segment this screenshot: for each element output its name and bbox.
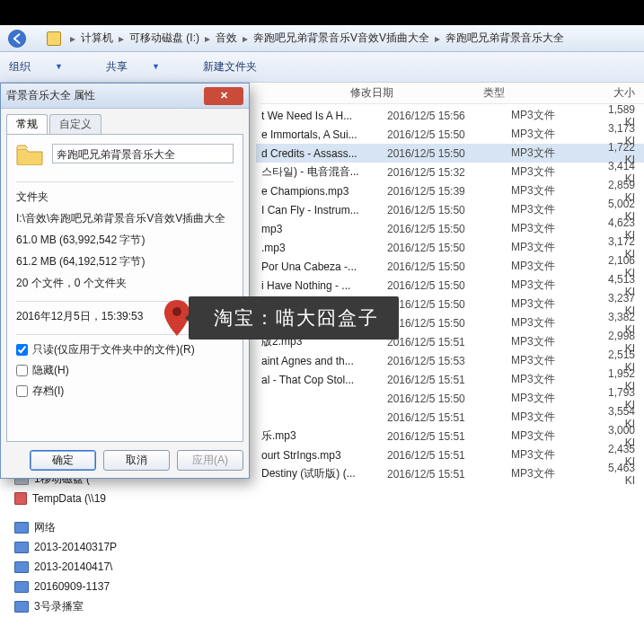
file-type: MP3文件 xyxy=(511,296,601,312)
file-date: 2016/12/5 15:50 xyxy=(387,128,511,141)
file-type: MP3文件 xyxy=(511,391,601,406)
tree-item[interactable]: 20160909-1137 xyxy=(5,577,117,596)
file-name: i Have Nothing - ... xyxy=(261,279,387,292)
tree-item[interactable]: 2013-20140317P xyxy=(5,537,117,557)
readonly-checkbox[interactable]: 只读(仅应用于文件夹中的文件)(R) xyxy=(16,342,234,357)
file-name: aint Agnes and th... xyxy=(261,355,387,367)
file-date: 2016/12/5 15:53 xyxy=(387,355,511,367)
file-row[interactable]: ourt StrIngs.mp32016/12/5 15:51MP3文件2,43… xyxy=(256,446,644,464)
crumb[interactable]: 音效 xyxy=(216,31,237,46)
folder-icon xyxy=(16,144,43,165)
file-row[interactable]: aint Agnes and th...2016/12/5 15:53MP3文件… xyxy=(256,351,644,370)
file-name: I Can Fly - Instrum... xyxy=(261,204,387,216)
chevron-right-icon: ▸ xyxy=(205,32,210,45)
file-row[interactable]: d Credits - Assass...2016/12/5 15:50MP3文… xyxy=(256,144,644,163)
file-row[interactable]: i Have Nothing - ...2016/12/5 15:50MP3文件… xyxy=(256,276,644,295)
col-size[interactable]: 大小 xyxy=(573,85,644,101)
file-row[interactable]: 2016/12/5 15:51MP3文件3,554 KI xyxy=(256,408,644,427)
chevron-right-icon: ▸ xyxy=(243,32,248,45)
file-row[interactable]: e Immortals, A Sui...2016/12/5 15:50MP3文… xyxy=(256,125,644,144)
file-type: MP3文件 xyxy=(511,410,601,425)
crumb-drive[interactable]: 可移动磁盘 (I:) xyxy=(129,31,199,46)
file-row[interactable]: .mp32016/12/5 15:50MP3文件3,172 KI xyxy=(256,238,644,257)
col-type[interactable]: 类型 xyxy=(483,85,573,101)
file-row[interactable]: 乐.mp32016/12/5 15:51MP3文件3,000 KI xyxy=(256,427,644,446)
file-row[interactable]: t We Need Is A H...2016/12/5 15:56MP3文件1… xyxy=(256,106,644,125)
file-date: 2016/12/5 15:50 xyxy=(387,279,511,292)
file-date: 2016/12/5 15:51 xyxy=(387,336,511,348)
file-row[interactable]: mp32016/12/5 15:50MP3文件4,623 KI xyxy=(256,219,644,238)
tree-item[interactable]: 3号录播室 xyxy=(5,596,117,616)
file-type: MP3文件 xyxy=(511,278,601,293)
file-type: MP3文件 xyxy=(511,221,601,236)
file-type: MP3文件 xyxy=(511,108,601,123)
chevron-right-icon: ▸ xyxy=(435,32,440,45)
file-date: 2016/12/5 15:50 xyxy=(387,204,511,216)
col-date[interactable]: 修改日期 xyxy=(350,85,483,101)
tab-custom[interactable]: 自定义 xyxy=(49,114,101,134)
archive-checkbox[interactable]: 存档(I) xyxy=(16,384,234,399)
file-name: 스타일) - 电音混音... xyxy=(261,164,387,180)
column-headers: 修改日期 类型 大小 xyxy=(260,83,644,104)
tree-item[interactable]: TempData (\\19 xyxy=(5,489,117,508)
tree-item[interactable]: 2013-20140417\ xyxy=(5,557,117,577)
file-name: d Credits - Assass... xyxy=(261,147,387,160)
crumb[interactable]: 奔跑吧兄弟背景音乐V音效V插曲大全 xyxy=(253,31,429,46)
file-name: mp3 xyxy=(261,223,387,235)
file-name: Destiny (试听版) (... xyxy=(261,466,387,481)
crumb-computer[interactable]: 计算机 xyxy=(81,31,113,46)
file-type: MP3文件 xyxy=(511,466,601,481)
file-date: 2016/12/5 15:51 xyxy=(387,411,511,424)
file-date: 2016/12/5 15:51 xyxy=(387,449,511,462)
file-type: MP3文件 xyxy=(511,372,601,387)
ok-button[interactable]: 确定 xyxy=(30,450,96,471)
file-type: MP3文件 xyxy=(511,240,601,255)
folder-icon xyxy=(47,31,61,46)
file-row[interactable]: al - That Cop Stol...2016/12/5 15:51MP3文… xyxy=(256,370,644,389)
file-date: 2016/12/5 15:39 xyxy=(387,185,511,198)
file-type: MP3文件 xyxy=(511,334,601,349)
desktop-strip xyxy=(0,0,644,25)
file-date: 2016/12/5 15:51 xyxy=(387,374,511,386)
folder-name-input[interactable]: 奔跑吧兄弟背景音乐大全 xyxy=(52,144,234,163)
new-folder-button[interactable]: 新建文件夹 xyxy=(203,59,257,75)
file-row[interactable]: 스타일) - 电音混音...2016/12/5 15:32MP3文件3,414 … xyxy=(256,163,644,181)
location-value: I:\音效\奔跑吧兄弟背景音乐V音效V插曲大全 xyxy=(16,211,234,226)
tab-general[interactable]: 常规 xyxy=(6,114,48,134)
file-type: MP3文件 xyxy=(511,183,601,198)
size-on-disk-value: 61.2 MB (64,192,512 字节) xyxy=(16,254,234,269)
file-name: t We Need Is A H... xyxy=(261,110,387,122)
file-row[interactable]: 2016/12/5 15:50MP3文件1,793 KI xyxy=(256,389,644,408)
close-button[interactable]: ✕ xyxy=(204,87,243,105)
apply-button[interactable]: 应用(A) xyxy=(177,450,243,471)
file-type: MP3文件 xyxy=(511,315,601,331)
file-date: 2016/12/5 15:50 xyxy=(387,393,511,405)
file-row[interactable]: Destiny (试听版) (...2016/12/5 15:51MP3文件5,… xyxy=(256,464,644,483)
file-name: Por Una Cabeza -... xyxy=(261,260,387,273)
file-name: ourt StrIngs.mp3 xyxy=(261,449,387,462)
size-value: 61.0 MB (63,992,542 字节) xyxy=(16,233,234,248)
file-date: 2016/12/5 15:50 xyxy=(387,242,511,254)
hidden-checkbox[interactable]: 隐藏(H) xyxy=(16,363,234,378)
tab-panel: 奔跑吧兄弟背景音乐大全 文件夹 I:\音效\奔跑吧兄弟背景音乐V音效V插曲大全 … xyxy=(6,134,243,442)
explorer-toolbar: 组织▼ 共享▼ 新建文件夹 xyxy=(0,52,644,83)
file-name: e Immortals, A Sui... xyxy=(261,128,387,141)
file-row[interactable]: Por Una Cabeza -...2016/12/5 15:50MP3文件2… xyxy=(256,257,644,276)
file-date: 2016/12/5 15:50 xyxy=(387,260,511,273)
file-row[interactable]: I Can Fly - Instrum...2016/12/5 15:50MP3… xyxy=(256,200,644,219)
organize-menu[interactable]: 组织▼ xyxy=(9,59,84,75)
file-date: 2016/12/5 15:56 xyxy=(387,110,511,122)
crumb[interactable]: 奔跑吧兄弟背景音乐大全 xyxy=(446,31,564,46)
watermark-text: 淘宝：喵大囧盒子 xyxy=(189,296,399,340)
file-row[interactable]: e Champions.mp32016/12/5 15:39MP3文件2,859… xyxy=(256,181,644,200)
chevron-right-icon: ▸ xyxy=(70,32,75,45)
file-date: 2016/12/5 15:50 xyxy=(387,298,511,311)
share-menu[interactable]: 共享▼ xyxy=(106,59,181,75)
dialog-titlebar[interactable]: 背景音乐大全 属性 ✕ xyxy=(1,84,249,109)
cancel-button[interactable]: 取消 xyxy=(103,450,170,471)
file-name: 乐.mp3 xyxy=(261,428,387,444)
file-name: .mp3 xyxy=(261,242,387,254)
tree-item[interactable]: 网络 xyxy=(5,517,117,537)
file-type: MP3文件 xyxy=(511,146,601,161)
nav-back-button[interactable] xyxy=(4,27,38,50)
